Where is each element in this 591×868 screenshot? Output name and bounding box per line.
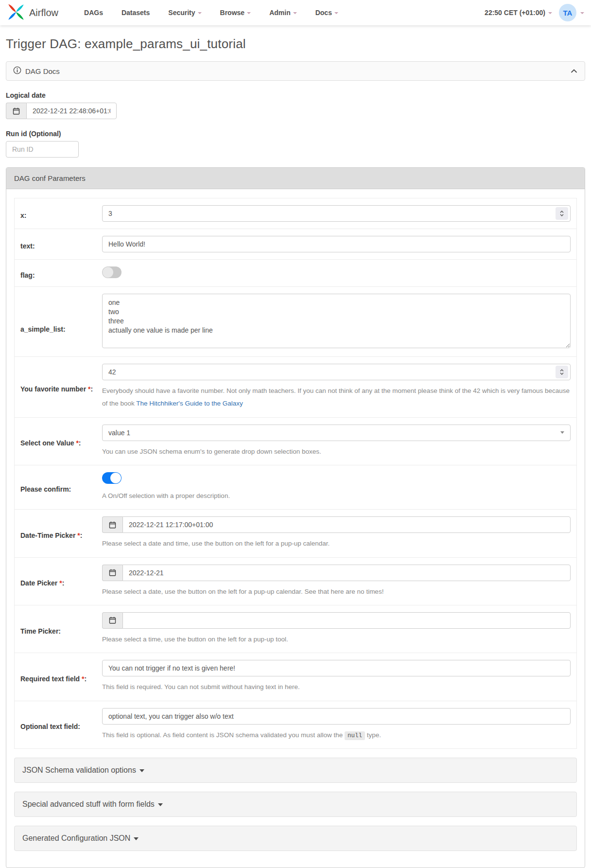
dag-conf-parameters-panel: DAG conf Parameters x:text:flag:a_simple… xyxy=(6,167,585,868)
you-favorite-number-help: Everybody should have a favorite number.… xyxy=(102,385,571,410)
chevron-down-icon xyxy=(293,12,297,14)
section-special-advanced-stuff-with-form-fields[interactable]: Special advanced stuff with form fields xyxy=(14,792,577,817)
dag-docs-label: DAG Docs xyxy=(25,67,60,75)
time-picker-help: Please select a time, use the button on … xyxy=(102,633,571,646)
page-title: Trigger DAG: example_params_ui_tutorial xyxy=(6,36,585,52)
chevron-down-icon xyxy=(158,803,163,806)
param-row-optional-text-field: Optional text field:This field is option… xyxy=(15,701,576,748)
param-label: Please confirm: xyxy=(20,481,102,493)
param-label: You favorite number *: xyxy=(20,381,102,393)
param-row-select-one-value: Select one Value *:value 1You can use JS… xyxy=(15,418,576,465)
params-rows: x:text:flag:a_simple_list:one two three … xyxy=(14,198,577,749)
you-favorite-number-input[interactable] xyxy=(102,364,571,380)
x-input[interactable] xyxy=(102,205,571,222)
select-one-value-help: You can use JSON schema enum's to genera… xyxy=(102,445,571,458)
chevron-down-icon xyxy=(139,769,144,772)
logical-date-group xyxy=(6,103,117,119)
calendar-icon[interactable] xyxy=(102,612,122,629)
select-one-value-select[interactable]: value 1 xyxy=(102,425,571,441)
param-label: Optional text field: xyxy=(20,719,102,730)
nav-item-datasets[interactable]: Datasets xyxy=(112,9,159,17)
run-id-input[interactable] xyxy=(6,141,79,158)
chevron-down-icon xyxy=(198,12,202,14)
time-picker-input[interactable] xyxy=(122,612,571,629)
param-row-flag: flag: xyxy=(15,260,576,287)
info-icon xyxy=(13,66,21,76)
param-row-x: x: xyxy=(15,198,576,229)
chevron-down-icon xyxy=(560,431,564,434)
param-row-time-picker: Time Picker:Please select a time, use th… xyxy=(15,605,576,653)
dag-docs-accordion[interactable]: DAG Docs xyxy=(6,61,585,81)
calendar-icon[interactable] xyxy=(102,565,122,581)
param-label: Date-Time Picker *: xyxy=(20,528,102,539)
required-text-field-help: This field is required. You can not subm… xyxy=(102,681,571,693)
calendar-icon[interactable] xyxy=(102,516,122,533)
nav-item-browse[interactable]: Browse xyxy=(211,9,261,17)
param-label: x: xyxy=(20,208,102,219)
help-link[interactable]: The Hitchhiker's Guide to the Galaxy xyxy=(136,400,243,407)
number-spinner-icon[interactable] xyxy=(556,207,568,220)
param-row-please-confirm: Please confirm:A On/Off selection with a… xyxy=(15,465,576,510)
params-panel-title: DAG conf Parameters xyxy=(6,168,585,189)
param-label: text: xyxy=(20,238,102,250)
airflow-brand[interactable]: Airflow xyxy=(7,3,58,23)
date-time-picker-input[interactable] xyxy=(122,516,571,533)
required-text-field-input[interactable] xyxy=(102,660,571,676)
run-id-label: Run id (Optional) xyxy=(6,130,585,138)
logical-date-input[interactable] xyxy=(26,103,117,119)
optional-text-field-help: This field is optional. As field content… xyxy=(102,729,571,742)
calendar-icon[interactable] xyxy=(6,103,26,119)
chevron-up-icon[interactable] xyxy=(570,68,578,74)
nav-item-dags[interactable]: DAGs xyxy=(75,9,112,17)
flag-toggle[interactable] xyxy=(102,266,122,278)
text-input[interactable] xyxy=(102,236,571,252)
param-row-a-simple-list: a_simple_list:one two three actually one… xyxy=(15,287,576,357)
param-label: Date Picker *: xyxy=(20,575,102,587)
top-navbar: Airflow DAGsDatasetsSecurityBrowseAdminD… xyxy=(0,0,591,25)
user-menu[interactable]: TA xyxy=(559,4,584,21)
brand-name: Airflow xyxy=(29,7,58,18)
chevron-down-icon xyxy=(580,12,584,14)
nav-menu: DAGsDatasetsSecurityBrowseAdminDocs xyxy=(75,9,348,17)
clock-label: 22:50 CET (+01:00) xyxy=(485,9,545,17)
logical-date-label: Logical date xyxy=(6,91,585,99)
param-row-text: text: xyxy=(15,229,576,260)
date-time-picker-help: Please select a date and time, use the b… xyxy=(102,537,571,550)
param-row-you-favorite-number: You favorite number *:Everybody should h… xyxy=(15,357,576,418)
section-generated-configuration-json[interactable]: Generated Configuration JSON xyxy=(14,826,577,851)
param-row-date-time-picker: Date-Time Picker *:Please select a date … xyxy=(15,510,576,557)
date-picker-help: Please select a date, use the button on … xyxy=(102,585,571,598)
nav-item-docs[interactable]: Docs xyxy=(306,9,348,17)
please-confirm-toggle[interactable] xyxy=(102,472,122,484)
param-label: a_simple_list: xyxy=(20,321,102,350)
please-confirm-help: A On/Off selection with a proper descrip… xyxy=(102,490,571,502)
a-simple-list-textarea[interactable]: one two three actually one value is made… xyxy=(102,294,571,348)
optional-text-field-input[interactable] xyxy=(102,708,571,725)
chevron-down-icon xyxy=(247,12,251,14)
date-picker-input[interactable] xyxy=(122,565,571,581)
airflow-logo-icon xyxy=(7,3,25,23)
params-sections: JSON Schema validation optionsSpecial ad… xyxy=(14,758,577,851)
param-label: Required text field *: xyxy=(20,671,102,683)
section-json-schema-validation-options[interactable]: JSON Schema validation options xyxy=(14,758,577,783)
param-label: flag: xyxy=(20,267,102,279)
nav-item-admin[interactable]: Admin xyxy=(260,9,306,17)
timezone-selector[interactable]: 22:50 CET (+01:00) xyxy=(485,9,552,17)
chevron-down-icon xyxy=(334,12,338,14)
nav-item-security[interactable]: Security xyxy=(159,9,210,17)
chevron-down-icon xyxy=(548,12,552,14)
param-row-date-picker: Date Picker *:Please select a date, use … xyxy=(15,558,576,605)
param-label: Time Picker: xyxy=(20,623,102,635)
number-spinner-icon[interactable] xyxy=(556,366,568,378)
param-label: Select one Value *: xyxy=(20,435,102,447)
chevron-down-icon xyxy=(134,837,139,840)
param-row-required-text-field: Required text field *:This field is requ… xyxy=(15,653,576,701)
avatar: TA xyxy=(559,4,576,21)
